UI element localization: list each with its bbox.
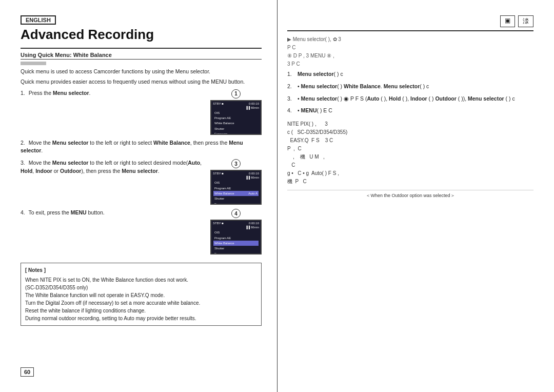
outdoor-caption: ＜When the Outdoor option was selected＞ bbox=[287, 190, 533, 199]
screen1-status: STBY ■ 0:00:10 bbox=[211, 101, 261, 106]
menu-item: Program AE bbox=[213, 186, 259, 191]
screen4-menu: OIS Program AE White Balance Shutter Exp… bbox=[211, 229, 261, 254]
right-step-1: 1. Menu selector( ) c bbox=[287, 70, 533, 79]
screen1-menu: OIS Program AE White Balance Shutter Exp… bbox=[211, 109, 261, 135]
step-1-screen-area: 1 STBY ■ 0:00:10 ▐▐ 60min OIS Pr bbox=[210, 89, 262, 135]
step-2-text: 2. Move the Menu selector to the left or… bbox=[21, 139, 262, 155]
step-3-text: 3. Move the Menu selector to the left or… bbox=[21, 159, 207, 175]
screen3-status: STBY ■ 0:00:10 bbox=[211, 171, 261, 176]
right-prelabel: ▶ Menu selector( ), ✿ 3 P C ⑧ D P , 3 ME… bbox=[287, 35, 533, 68]
step-4-row: 4. To exit, press the MENU button. 4 STB… bbox=[21, 209, 262, 254]
step-2-row: 2. Move the Menu selector to the left or… bbox=[21, 139, 262, 155]
icon-box-1: ▣ bbox=[500, 15, 515, 27]
step-4-badge: 4 bbox=[231, 209, 241, 218]
menu-item: OIS bbox=[213, 180, 259, 185]
menu-item-selected: White Balance bbox=[213, 241, 259, 246]
menu-item: Exposure bbox=[213, 202, 259, 205]
menu-item: Exposure bbox=[213, 131, 259, 134]
right-steps: 1. Menu selector( ) c 2. • Menu selector… bbox=[287, 70, 533, 115]
step-3-screen-area: 3 STBY ■ 0:00:10 ▐▐ 60min OIS Pr bbox=[210, 159, 262, 205]
section-divider bbox=[21, 48, 262, 49]
camera-screen-4: STBY ■ 0:00:10 ▐▐ 60min OIS Program AE W… bbox=[210, 220, 262, 254]
menu-item: Shutter bbox=[213, 246, 259, 251]
step-1-text: 1. Press the Menu selector. bbox=[21, 89, 207, 97]
screen3-menu: OIS Program AE White Balance Auto A Shut… bbox=[211, 179, 261, 205]
notes-box: [ Notes ] When NITE PIX is set to ON, th… bbox=[21, 263, 262, 326]
screen4-status: STBY ■ 0:00:10 bbox=[211, 221, 261, 226]
section-header: Using Quick Menu: White Balance bbox=[21, 52, 262, 60]
menu-item: Program AE bbox=[213, 236, 259, 241]
step-1-row: 1. Press the Menu selector. 1 STBY ■ 0:0… bbox=[21, 89, 262, 135]
step-3-badge: 3 bbox=[231, 159, 241, 168]
menu-item-selected: White Balance Auto A bbox=[213, 191, 259, 196]
left-column: ENGLISH Advanced Recording Using Quick M… bbox=[21, 15, 262, 326]
notes-title: [ Notes ] bbox=[25, 266, 257, 274]
icon-box-2: 渁 bbox=[518, 15, 533, 27]
step-3-row: 3. Move the Menu selector to the left or… bbox=[21, 159, 262, 205]
step-4-text: 4. To exit, press the MENU button. bbox=[21, 209, 207, 217]
right-column: ▣ 渁 ▶ Menu selector( ), ✿ 3 P C ⑧ D P , … bbox=[287, 15, 533, 199]
center-divider bbox=[277, 0, 278, 392]
intro-text-1: Quick menu is used to access Camcorder f… bbox=[21, 68, 262, 76]
right-step-3: 3. • Menu selector( ) ◉ P F S (Auto ( ),… bbox=[287, 95, 533, 103]
page-number: 60 bbox=[21, 367, 34, 377]
decorative-bar bbox=[21, 62, 46, 65]
menu-item: Shutter bbox=[213, 196, 259, 201]
right-step-4: 4. • MENU( ) E C bbox=[287, 107, 533, 115]
nite-pix-note: NITE PIX( ) , 3 c ( SC-D352/D354/D355) E… bbox=[287, 120, 533, 186]
steps-list: 1. Press the Menu selector. 1 STBY ■ 0:0… bbox=[21, 89, 262, 259]
language-badge: ENGLISH bbox=[21, 15, 56, 25]
step-1-badge: 1 bbox=[231, 89, 241, 99]
menu-item: Shutter bbox=[213, 126, 259, 131]
steps-area: 1. Press the Menu selector. 1 STBY ■ 0:0… bbox=[21, 89, 262, 259]
notes-content: When NITE PIX is set to ON, the White Ba… bbox=[25, 276, 257, 322]
menu-item: OIS bbox=[213, 110, 259, 115]
camera-screen-3: STBY ■ 0:00:10 ▐▐ 60min OIS Program AE W… bbox=[210, 170, 262, 205]
step-4-screen-area: 4 STBY ■ 0:00:10 ▐▐ 60min OIS Pr bbox=[210, 209, 262, 254]
camera-screen-1: STBY ■ 0:00:10 ▐▐ 60min OIS Program AE W… bbox=[210, 100, 262, 135]
page-title: Advanced Recording bbox=[21, 27, 262, 43]
right-top-icons: ▣ 渁 bbox=[287, 15, 533, 27]
page-container: ENGLISH Advanced Recording Using Quick M… bbox=[0, 0, 554, 392]
menu-item: OIS bbox=[213, 230, 259, 235]
right-step-2: 2. • Menu selector( ) White Balance. Men… bbox=[287, 83, 533, 91]
menu-item: Program AE bbox=[213, 115, 259, 121]
right-divider bbox=[287, 30, 533, 31]
menu-item: Exposure bbox=[213, 251, 259, 254]
intro-text-2: Quick menu provides easier access to fre… bbox=[21, 78, 262, 86]
menu-item: White Balance bbox=[213, 121, 259, 126]
